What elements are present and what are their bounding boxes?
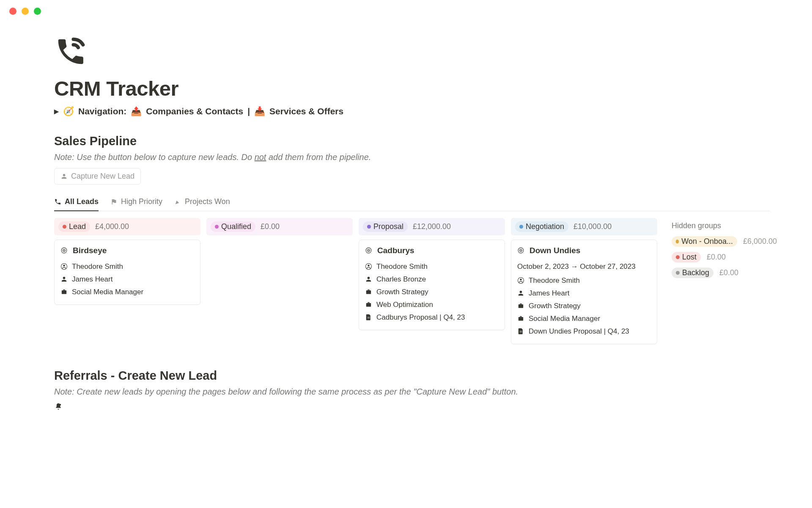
card-cadburys[interactable]: Cadburys Theodore Smith Charles Bronze G… [359,240,505,330]
person-circle-icon [517,277,524,284]
nav-link-services[interactable]: Services & Offers [269,106,343,116]
kanban-board: Lead £4,000.00 Birdseye Theodore Smith J… [54,218,770,344]
hidden-group-backlog[interactable]: Backlog £0.00 [672,268,777,278]
column-amount: £4,000.00 [95,222,129,231]
target-icon [365,247,372,254]
column-header-qualified[interactable]: Qualified £0.00 [206,218,353,235]
card-date-range: October 2, 2023 → October 27, 2023 [517,260,651,274]
status-pill-backlog: Backlog [672,268,713,278]
phone-icon [54,198,61,205]
card-document-row: Down Undies Proposal | Q4, 23 [517,325,651,338]
status-pill-negotiation: Negotiation [515,221,568,232]
briefcase-icon [365,288,372,295]
column-header-negotiation[interactable]: Negotiation £10,000.00 [511,218,657,235]
briefcase-icon [365,301,372,308]
toggle-icon[interactable]: ▶ [54,108,59,115]
status-pill-qualified: Qualified [211,221,255,232]
column-amount: £12,000.00 [413,222,451,231]
svg-point-4 [63,265,65,266]
column-amount: £0.00 [261,222,280,231]
hidden-group-lost[interactable]: Lost £0.00 [672,252,777,262]
card-document-row: Cadburys Proposal | Q4, 23 [365,311,499,324]
column-qualified: Qualified £0.00 [206,218,353,240]
card-title: Cadburys [377,246,414,255]
hidden-groups: Hidden groups Won - Onboa... £6,000.00 L… [663,218,777,283]
tab-all-leads[interactable]: All Leads [54,194,99,211]
card-title: Birdseye [73,246,107,255]
target-icon [517,247,524,254]
person-icon [365,276,372,283]
maximize-window-icon[interactable] [34,8,41,15]
nav-link-companies[interactable]: Companies & Contacts [146,106,243,116]
svg-point-15 [59,403,61,405]
card-owner-row: Charles Bronze [365,273,499,286]
close-window-icon[interactable] [9,8,16,15]
card-service-row: Web Optimization [365,298,499,311]
target-icon [60,247,68,254]
compass-icon: 🧭 [63,106,74,116]
person-circle-icon [60,263,68,270]
capture-button-label: Capture New Lead [71,172,134,181]
flag-icon [110,198,118,205]
window-traffic-lights [0,0,812,22]
minimize-window-icon[interactable] [22,8,29,15]
referrals-note: Note: Create new leads by opening the pa… [54,387,770,397]
page-icon-phone[interactable] [54,35,87,68]
column-proposal: Proposal £12,000.00 Cadburys Theodore Sm… [359,218,505,330]
confetti-icon [174,198,181,205]
card-owner-row: James Heart [517,287,651,300]
card-service-row: Growth Strategy [365,286,499,298]
status-pill-lost: Lost [672,252,701,262]
card-contact-row: Theodore Smith [60,260,194,273]
svg-point-12 [520,250,521,251]
person-icon [517,290,524,297]
briefcase-icon [60,288,68,295]
inbox-icon: 📥 [254,106,265,116]
status-pill-lead: Lead [58,221,90,232]
svg-point-7 [368,250,369,251]
tab-projects-won[interactable]: Projects Won [174,194,230,210]
document-icon [365,314,372,321]
person-circle-icon [365,263,372,270]
card-title: Down Undies [529,246,580,255]
svg-point-2 [63,250,64,251]
column-header-lead[interactable]: Lead £4,000.00 [54,218,200,235]
person-add-icon [60,173,68,180]
bell-icon[interactable] [54,403,63,411]
card-contact-row: Theodore Smith [517,274,651,287]
hidden-groups-title: Hidden groups [672,218,777,230]
status-pill-proposal: Proposal [363,221,408,232]
document-icon [517,328,524,335]
referrals-section: Referrals - Create New Lead Note: Create… [54,369,770,411]
page-title: CRM Tracker [54,77,770,100]
outbox-icon: 📤 [131,106,142,116]
referrals-heading: Referrals - Create New Lead [54,369,770,383]
tab-high-priority[interactable]: High Priority [110,194,162,210]
card-owner-row: James Heart [60,273,194,286]
column-negotiation: Negotiation £10,000.00 Down Undies Octob… [511,218,657,344]
column-lead: Lead £4,000.00 Birdseye Theodore Smith J… [54,218,200,305]
sales-note: Note: Use the button below to capture ne… [54,152,770,162]
navigation-label: Navigation: [78,106,126,116]
briefcase-icon [517,315,524,322]
card-contact-row: Theodore Smith [365,260,499,273]
briefcase-icon [517,302,524,309]
svg-point-14 [520,279,521,280]
card-down-undies[interactable]: Down Undies October 2, 2023 → October 27… [511,240,657,344]
card-service-row: Social Media Manager [517,312,651,325]
status-pill-won: Won - Onboa... [672,236,737,247]
column-amount: £10,000.00 [573,222,612,231]
svg-point-9 [368,265,369,266]
navigation-row[interactable]: ▶ 🧭 Navigation: 📤 Companies & Contacts |… [54,106,770,116]
person-icon [60,276,68,283]
column-header-proposal[interactable]: Proposal £12,000.00 [359,218,505,235]
page-content: CRM Tracker ▶ 🧭 Navigation: 📤 Companies … [0,22,812,411]
card-service-row: Growth Strategy [517,300,651,312]
tabs-row: All Leads High Priority Projects Won [54,194,770,211]
card-birdseye[interactable]: Birdseye Theodore Smith James Heart Soci… [54,240,200,305]
capture-new-lead-button[interactable]: Capture New Lead [54,168,141,185]
hidden-group-won[interactable]: Won - Onboa... £6,000.00 [672,236,777,247]
sales-pipeline-heading: Sales Pipeline [54,134,770,148]
nav-divider: | [247,106,250,116]
card-service-row: Social Media Manager [60,286,194,298]
